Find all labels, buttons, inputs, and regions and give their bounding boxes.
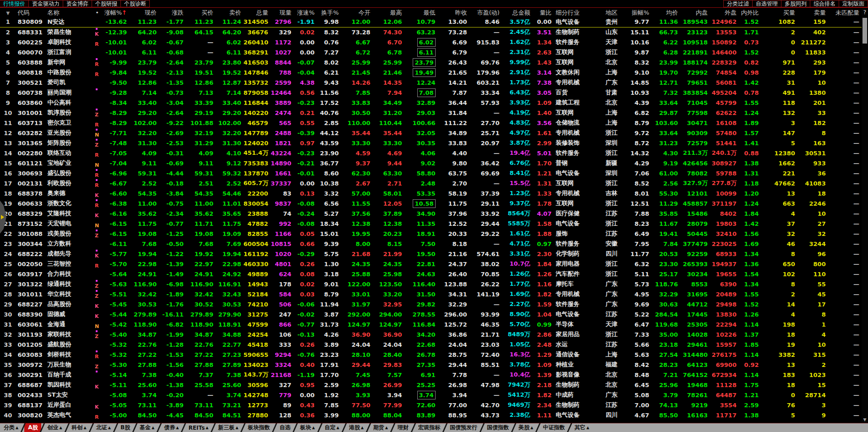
column-header-io[interactable]: 内外比 (739, 8, 761, 17)
column-header-pct[interactable]: 涨幅%↑ (102, 8, 129, 17)
column-header-sellvol[interactable]: 卖量 (797, 8, 828, 17)
column-header-rownum[interactable]: ▼ (0, 8, 16, 17)
table-row[interactable]: 34603083剑桥科技R-5.3227.22-1.5327.2227.2359… (0, 350, 862, 360)
column-header-industry[interactable]: 细分行业 (554, 8, 599, 17)
menu-tab-资金驱动力[interactable]: 资金驱动力 (28, 0, 63, 7)
column-header-name[interactable]: 名称 (45, 8, 92, 17)
table-row[interactable]: 37688687凯因科技K-5.1125.60-1.3825.5825.6030… (0, 380, 862, 390)
column-header-ask[interactable]: 卖价 (216, 8, 244, 17)
menu-tab-个股诊断[interactable]: 个股诊断 (120, 0, 150, 7)
table-row[interactable]: 27301322绿通科技Z-5.63116.90-6.98116.90116.9… (0, 279, 862, 289)
bottom-tab-REITs[interactable]: REITs▲ (185, 423, 212, 432)
column-header-speed[interactable]: 涨速% (294, 8, 317, 17)
table-row[interactable]: 16300693盛弘股份R-6.9659.31-4.4459.3159.3213… (0, 168, 862, 178)
table-row[interactable]: 15601121宝地矿业N-7.049.11-0.699.119.1273538… (0, 158, 862, 168)
menu-button-多股同列[interactable]: 多股同列 (781, 0, 810, 7)
help-icon[interactable]: ? (862, 8, 868, 16)
bottom-tab-新三板[interactable]: 新三板▲ (214, 423, 242, 432)
bottom-tab-A股[interactable]: A股 (24, 423, 41, 432)
column-header-high[interactable]: 最高 (373, 8, 404, 17)
column-header-bid[interactable]: 买价 (186, 8, 216, 17)
table-row[interactable]: 6600818中路股份R-9.8419.52-2.1319.5119.52147… (0, 67, 862, 77)
table-row[interactable]: 8600738丽尚国潮-9.287.14-0.737.137.148790581… (0, 87, 862, 98)
menu-tab-行情报价[interactable]: 行情报价 (0, 0, 29, 7)
table-row[interactable]: 30688390固德威K-5.44279.89-16.11279.89279.9… (0, 309, 862, 319)
table-row[interactable]: 32301193家联科技Z-5.4034.87-1.9934.8734.8824… (0, 329, 862, 339)
bottom-tab-板块[interactable]: 板块▲ (296, 423, 318, 432)
table-row[interactable]: 11603713密尔克卫R-8.29102.00-9.22101.88102.0… (0, 118, 862, 128)
menu-tab-个股研报[interactable]: 个股研报 (92, 0, 121, 7)
bottom-tab-自选[interactable]: 自选 (276, 423, 294, 432)
column-header-code[interactable]: 代码 (16, 8, 45, 17)
bottom-tab-期货[interactable]: 期货▲ (370, 423, 392, 432)
column-header-amp[interactable]: 振幅% (623, 8, 651, 17)
table-row[interactable]: 24688222成都先导K-5.7719.94-1.2219.9219.9416… (0, 249, 862, 259)
table-row[interactable]: 36300291百纳千成-5.147.38-0.407.377.38143.7万… (0, 370, 862, 380)
table-row[interactable]: 26603917合力科技-5.6424.91-1.4924.9124.92498… (0, 269, 862, 279)
menu-button-分类过滤[interactable]: 分类过滤 (723, 0, 753, 7)
table-row[interactable]: 22301088戎美股份Z-6.1519.08-1.2519.0819.0982… (0, 229, 862, 239)
bottom-tab-其它[interactable]: 其它▲ (571, 423, 593, 432)
table-row[interactable]: 40300820英杰电气R-5.0084.50-4.4584.5084.5127… (0, 410, 862, 420)
table-row[interactable]: 25002050三花智控R-5.7022.98-1.3922.9722.9846… (0, 259, 862, 269)
column-header-turnover[interactable]: 换手% (317, 8, 341, 17)
table-row[interactable]: 38002433ST太安-5.083.74-0.20—3.74142748779… (0, 390, 862, 400)
table-row[interactable]: 19600633浙数文化R-6.3811.00-0.7511.0011.0183… (0, 198, 862, 208)
table-row[interactable]: 4600070浙江富润-10.016.11-0.68—6.11368291102… (0, 47, 862, 57)
column-header-region[interactable]: 地区 (600, 8, 624, 17)
column-header-low[interactable]: 最低 (404, 8, 438, 17)
bottom-tab-自定[interactable]: 自定▲ (321, 423, 343, 432)
table-row[interactable]: 17002131利欧股份R-6.672.52-0.182.512.52605.7… (0, 178, 862, 188)
table-row[interactable]: 13301365矩阵股份Z-7.4831.30-2.5331.2931.3012… (0, 138, 862, 148)
table-row[interactable]: 33001205盛航股份-5.3222.76-1.2822.7622.77454… (0, 339, 862, 350)
bottom-tab-B股[interactable]: B股 (117, 423, 134, 432)
column-header-chg[interactable]: 涨跌 (159, 8, 186, 17)
table-row[interactable]: 31603061金海通N-5.42118.90-6.82118.90118.91… (0, 319, 862, 329)
menu-button-综合排名[interactable]: 综合排名 (810, 0, 839, 7)
table-row[interactable]: 39688137近岸蛋白K-5.0573.11-3.8973.1173.2112… (0, 400, 862, 410)
column-header-avg[interactable]: 均价 (651, 8, 680, 17)
bottom-tab-债券[interactable]: 债券▲ (160, 423, 182, 432)
table-row[interactable]: 35300972万辰生物Z-5.3027.88-1.5627.8827.8913… (0, 360, 862, 370)
filter-dropdown-icon[interactable]: ▼ (6, 11, 10, 16)
table-row[interactable]: 20688329艾隆科技K-6.1635.62-2.3435.6235.6523… (0, 208, 862, 219)
column-header-volratio[interactable]: 量比 (533, 8, 554, 17)
menu-button-自选管理[interactable]: 自选管理 (752, 0, 781, 7)
table-row[interactable]: 23300344立方数科-6.117.68-0.507.687.69600504… (0, 239, 862, 249)
table-row[interactable]: 12603282亚光股份N-7.7132.20-2.6932.1932.2014… (0, 128, 862, 138)
column-header-price[interactable]: 现价 (129, 8, 159, 17)
bottom-tab-理财[interactable]: 理财 (394, 423, 412, 432)
scrollbar-thumb[interactable] (863, 18, 867, 44)
bottom-tab-创业[interactable]: 创业▲ (44, 423, 66, 432)
column-header-amount[interactable]: 总金额 (502, 8, 533, 17)
table-row[interactable]: 18688378奥来德K-6.6054.35-3.8454.3554.46222… (0, 188, 862, 198)
menu-button-定制版面[interactable]: 定制版面 (839, 0, 868, 7)
menu-tab-资金博弈[interactable]: 资金博弈 (63, 0, 92, 7)
column-header-outer[interactable]: 外盘 (710, 8, 739, 17)
bottom-tab-美股[interactable]: 美股▲ (515, 423, 537, 432)
column-header-marker[interactable]: • (92, 8, 102, 17)
table-row[interactable]: 7300521爱司凯-9.5012.86-1.3512.8612.8713573… (0, 77, 862, 87)
bottom-tab-港股[interactable]: 港股▲ (345, 423, 367, 432)
table-row[interactable]: 28301011华立科技Z-5.5132.42-1.8932.4232.4352… (0, 289, 862, 299)
bottom-tab-板块指数[interactable]: 板块指数 (244, 423, 273, 432)
bottom-tab-北证[interactable]: 北证▲ (93, 423, 115, 432)
table-row[interactable]: 10301001凯淳股份Z-8.2929.20-2.6429.1929.2014… (0, 108, 862, 118)
bottom-tab-分类[interactable]: 分类▲ (0, 423, 22, 432)
bottom-tab-宏观指标[interactable]: 宏观指标 (415, 423, 444, 432)
table-row[interactable]: 1830809N安达-13.6211.23-1.7711.2311.243145… (0, 17, 862, 27)
column-header-prev[interactable]: 昨收 (438, 8, 469, 17)
bottom-tab-中证指数[interactable]: 中证指数 (539, 423, 568, 432)
vertical-scrollbar[interactable]: ? ▼ (862, 8, 868, 423)
table-row[interactable]: 9603860中公高科-8.3433.40-3.0433.3933.401168… (0, 98, 862, 108)
column-header-unmatch[interactable]: 未匹配量 (828, 8, 862, 17)
bottom-tab-基金[interactable]: 基金▲ (136, 423, 158, 432)
column-header-buyvol[interactable]: 买量 (761, 8, 797, 17)
scrollbar-down-icon[interactable]: ▼ (862, 417, 868, 423)
table-row[interactable]: 21873152天宏锂电N-6.1511.75-0.7711.7111.7547… (0, 219, 862, 229)
table-row[interactable]: 5603888新华网R-9.9923.79-2.6423.7923.804165… (0, 57, 862, 67)
column-header-cvol[interactable]: 现量 (270, 8, 294, 17)
column-header-pe[interactable]: 市盈(动) (469, 8, 502, 17)
bottom-tab-国债指数[interactable]: 国债指数 (483, 423, 513, 432)
bottom-tab-科创[interactable]: 科创▲ (68, 423, 90, 432)
